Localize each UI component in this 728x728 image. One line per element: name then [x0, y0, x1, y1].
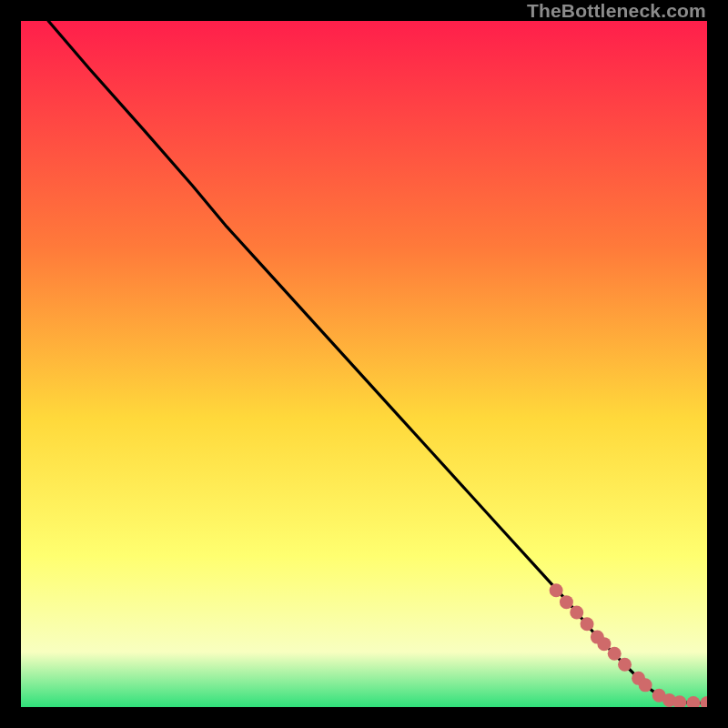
data-point	[581, 617, 594, 631]
watermark-text: TheBottleneck.com	[527, 0, 706, 22]
chart-frame: TheBottleneck.com	[0, 0, 728, 728]
data-point	[618, 658, 632, 672]
data-point	[608, 647, 622, 661]
gradient-background	[21, 21, 707, 707]
data-point	[597, 637, 611, 651]
data-point	[550, 583, 563, 597]
data-point	[560, 595, 573, 609]
data-point	[639, 678, 652, 692]
plot-svg	[21, 21, 707, 707]
data-point	[570, 605, 583, 619]
plot-area	[21, 21, 707, 707]
